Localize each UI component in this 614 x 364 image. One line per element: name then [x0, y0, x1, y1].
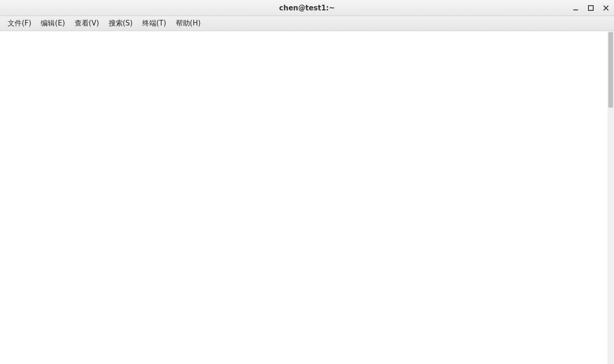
window-title: chen@test1:~ — [0, 4, 614, 12]
maximize-button[interactable] — [587, 4, 595, 12]
window-titlebar: chen@test1:~ — [0, 0, 614, 16]
window-controls — [571, 0, 610, 16]
menu-edit[interactable]: 编辑(E) — [36, 17, 69, 30]
menu-view[interactable]: 查看(V) — [70, 17, 104, 30]
close-icon — [603, 5, 609, 11]
minimize-icon — [573, 5, 579, 11]
minimize-button[interactable] — [571, 4, 580, 12]
menu-help[interactable]: 帮助(H) — [171, 17, 206, 30]
scrollbar-thumb[interactable] — [608, 32, 613, 108]
menu-search[interactable]: 搜索(S) — [104, 17, 138, 30]
maximize-icon — [588, 5, 594, 11]
scrollbar-track[interactable] — [607, 31, 614, 364]
menu-file[interactable]: 文件(F) — [3, 17, 36, 30]
close-button[interactable] — [602, 4, 610, 12]
menu-terminal[interactable]: 终端(T) — [138, 17, 171, 30]
menubar: 文件(F) 编辑(E) 查看(V) 搜索(S) 终端(T) 帮助(H) — [0, 16, 614, 31]
terminal-area[interactable]: [chen@test1 ~]$ sudo yum install *ntfs* … — [0, 31, 614, 364]
svg-rect-1 — [588, 6, 593, 10]
svg-rect-0 — [573, 9, 578, 10]
